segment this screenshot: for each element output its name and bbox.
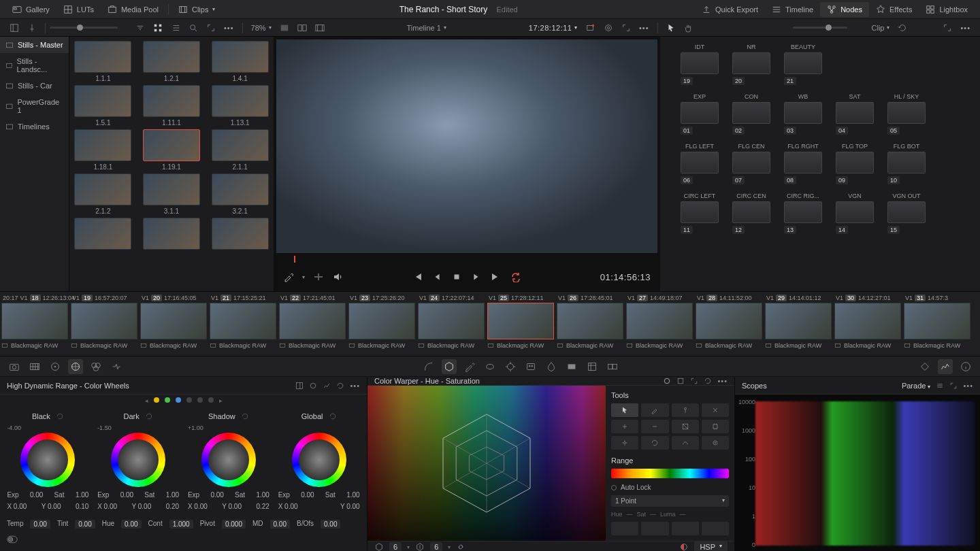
still-thumbnail[interactable]: 1.19.1 <box>143 129 200 171</box>
still-thumbnail[interactable]: 2.1.2 <box>74 173 131 215</box>
gallery-album[interactable]: Stills - Landsc... <box>0 53 69 78</box>
sort-button[interactable] <box>131 21 149 35</box>
tint-value[interactable]: 0.00 <box>75 520 95 529</box>
timeline-clip[interactable]: V12517:28:12:11Blackmagic RAW <box>486 292 555 356</box>
viewer-options-button[interactable] <box>600 21 617 35</box>
still-thumbnail[interactable] <box>143 218 200 250</box>
hdr-more-button[interactable]: ••• <box>350 382 360 390</box>
color-node[interactable]: BEAUTY21 <box>784 44 822 85</box>
sat-value[interactable]: 1.00 <box>346 491 359 499</box>
lightbox-toggle[interactable]: Lightbox <box>919 2 975 17</box>
color-node[interactable]: CON02 <box>732 93 770 135</box>
pointer-tool[interactable] <box>662 21 680 35</box>
quickexport-button[interactable]: Quick Export <box>695 2 765 17</box>
exp-value[interactable]: 0.00 <box>210 491 223 499</box>
color-node[interactable]: CIRC LEFT11 <box>681 193 719 234</box>
cont-value[interactable]: 1.000 <box>169 520 193 529</box>
color-node[interactable]: CIRC CEN12 <box>732 193 770 234</box>
still-thumbnail[interactable]: 2.1.1 <box>212 129 269 171</box>
hdr-wheel[interactable]: Black-4.00Exp0.00Sat1.00X 0.00Y 0.000.10 <box>4 412 91 512</box>
md-value[interactable]: 0.00 <box>270 520 290 529</box>
hue-value[interactable]: 0.00 <box>121 520 141 529</box>
color-checker-button[interactable] <box>27 359 42 374</box>
hdr-graph-button[interactable] <box>323 382 331 390</box>
hdr-wheel[interactable]: Global Exp0.00Sat1.00X 0.00Y 0.00 <box>276 412 363 512</box>
decrease-sel-tool[interactable] <box>641 420 668 433</box>
increase-sel-tool[interactable] <box>611 420 638 433</box>
keyframe-button[interactable] <box>917 359 932 374</box>
timeline-clip[interactable]: V12714:49:18:07Blackmagic RAW <box>625 292 694 356</box>
magic-mask-button[interactable] <box>523 359 538 374</box>
warper-more-button[interactable]: ••• <box>717 377 728 385</box>
timeline-clip[interactable]: V12814:11:52:00Blackmagic RAW <box>694 292 764 356</box>
color-wheel[interactable] <box>292 433 346 487</box>
single-viewer-button[interactable] <box>276 22 293 34</box>
still-thumbnail[interactable] <box>74 218 131 250</box>
chevron-right-icon[interactable]: ▸ <box>219 397 223 404</box>
record-button[interactable] <box>582 21 600 35</box>
prev-frame-button[interactable] <box>433 272 442 282</box>
stop-button[interactable] <box>452 272 461 282</box>
gallery-album[interactable]: PowerGrade 1 <box>0 94 69 118</box>
node-more-button[interactable]: ••• <box>956 22 975 34</box>
tracker-button[interactable] <box>503 359 518 374</box>
range-tool-3[interactable] <box>672 522 699 535</box>
range-tool-4[interactable] <box>702 522 729 535</box>
invert-sel-tool[interactable] <box>672 420 699 433</box>
viewer-more-button[interactable]: ••• <box>635 22 653 34</box>
scopes-more-button[interactable]: ••• <box>963 382 973 390</box>
color-wheel[interactable] <box>201 433 256 487</box>
colorspace-icon[interactable] <box>679 542 689 551</box>
still-thumbnail[interactable]: 3.2.1 <box>212 173 269 215</box>
color-node[interactable]: FLG LEFT06 <box>681 143 719 184</box>
pivot-value[interactable]: 0.000 <box>222 520 246 529</box>
res2-value[interactable]: 6 <box>430 542 442 551</box>
hdr-toggle-button[interactable] <box>7 535 18 544</box>
motion-effects-button[interactable] <box>109 359 124 374</box>
node-editor[interactable]: IDT19NR20BEAUTY21EXP01CON02WB03SAT04HL /… <box>660 37 980 291</box>
search-button[interactable] <box>184 21 202 35</box>
timeline-clip[interactable]: V12017:16:45:05Blackmagic RAW <box>139 292 208 356</box>
select-ring-tool[interactable] <box>702 436 729 450</box>
timeline-clip[interactable]: V12914:14:01:12Blackmagic RAW <box>764 292 833 356</box>
color-node[interactable]: EXP01 <box>681 93 719 135</box>
color-warper-button[interactable] <box>442 359 457 374</box>
color-node[interactable]: VGN OUT15 <box>887 193 926 234</box>
timeline-clip[interactable]: V12217:21:45:01Blackmagic RAW <box>278 292 347 356</box>
master-timecode[interactable]: 17:28:12:11 ▾ <box>525 22 582 34</box>
thumbnail-view-button[interactable] <box>149 21 167 35</box>
grab-still-button[interactable] <box>23 21 41 35</box>
play-button[interactable] <box>471 272 480 282</box>
pull-tool[interactable] <box>702 403 729 417</box>
still-thumbnail[interactable]: 3.1.1 <box>143 173 200 215</box>
timeline-dropdown[interactable]: Timeline 1 ▾ <box>403 22 451 34</box>
color-node[interactable]: FLG TOP09 <box>836 143 874 184</box>
range-tool-1[interactable] <box>611 522 638 535</box>
first-frame-button[interactable] <box>412 271 423 282</box>
effects-toggle[interactable]: Effects <box>869 2 919 17</box>
hdr-wheel[interactable]: Dark-1.50Exp0.00Sat1.00X 0.00Y 0.000.20 <box>95 412 182 512</box>
warper-grid[interactable] <box>368 386 606 541</box>
hex2-res-icon[interactable] <box>415 542 425 551</box>
expand-button[interactable] <box>202 21 220 35</box>
sizing-button[interactable] <box>585 359 600 374</box>
color-wheel[interactable] <box>111 433 165 487</box>
qualifier-button[interactable] <box>462 359 477 374</box>
camera-raw-button[interactable] <box>7 359 22 374</box>
panel-layout-button[interactable] <box>5 21 23 35</box>
warper-expand-button[interactable] <box>690 377 698 385</box>
hdr-wheels-button[interactable] <box>68 359 83 374</box>
gallery-toggle[interactable]: Gallery <box>5 2 56 17</box>
pan-tool[interactable] <box>680 21 698 35</box>
split-icon[interactable] <box>313 271 324 282</box>
key-button[interactable] <box>564 359 579 374</box>
gallery-zoom-slider[interactable] <box>50 27 118 29</box>
pin-tool[interactable] <box>672 403 699 417</box>
scopes-expand-button[interactable] <box>949 382 958 390</box>
mediapool-toggle[interactable]: Media Pool <box>101 2 165 17</box>
luts-toggle[interactable]: LUTs <box>56 2 101 17</box>
smooth-tool[interactable] <box>672 436 699 450</box>
still-thumbnail[interactable]: 1.13.1 <box>212 85 269 127</box>
picker-icon[interactable] <box>283 271 294 282</box>
viewer-image[interactable] <box>276 39 657 253</box>
